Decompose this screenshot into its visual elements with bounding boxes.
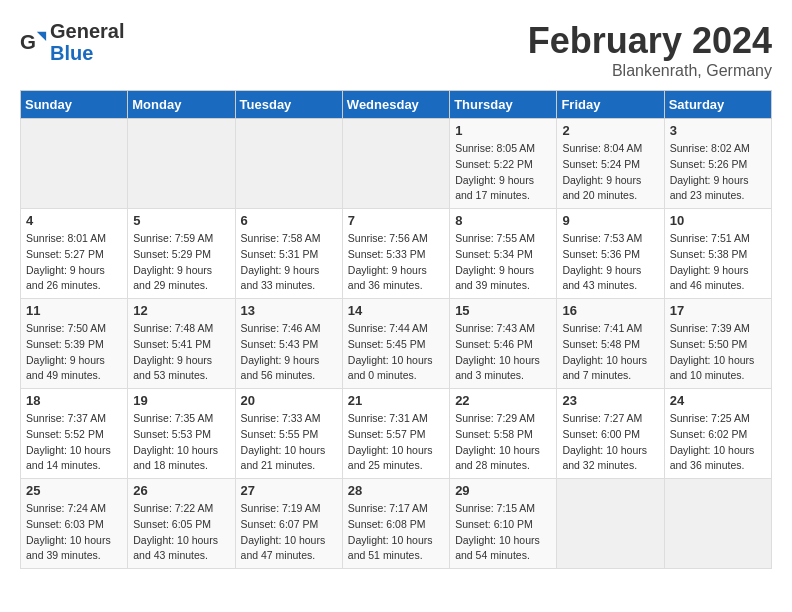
day-number: 21 (348, 393, 444, 408)
weekday-header: Sunday (21, 91, 128, 119)
day-number: 2 (562, 123, 658, 138)
calendar-cell: 19Sunrise: 7:35 AM Sunset: 5:53 PM Dayli… (128, 389, 235, 479)
day-info: Sunrise: 7:59 AM Sunset: 5:29 PM Dayligh… (133, 231, 229, 294)
calendar-cell: 29Sunrise: 7:15 AM Sunset: 6:10 PM Dayli… (450, 479, 557, 569)
weekday-header: Wednesday (342, 91, 449, 119)
day-number: 26 (133, 483, 229, 498)
day-info: Sunrise: 8:05 AM Sunset: 5:22 PM Dayligh… (455, 141, 551, 204)
day-number: 22 (455, 393, 551, 408)
day-number: 29 (455, 483, 551, 498)
day-number: 5 (133, 213, 229, 228)
day-info: Sunrise: 8:02 AM Sunset: 5:26 PM Dayligh… (670, 141, 766, 204)
day-info: Sunrise: 7:44 AM Sunset: 5:45 PM Dayligh… (348, 321, 444, 384)
calendar-cell: 4Sunrise: 8:01 AM Sunset: 5:27 PM Daylig… (21, 209, 128, 299)
svg-text:G: G (20, 30, 36, 53)
calendar-cell: 15Sunrise: 7:43 AM Sunset: 5:46 PM Dayli… (450, 299, 557, 389)
calendar-cell: 8Sunrise: 7:55 AM Sunset: 5:34 PM Daylig… (450, 209, 557, 299)
day-info: Sunrise: 7:50 AM Sunset: 5:39 PM Dayligh… (26, 321, 122, 384)
day-number: 9 (562, 213, 658, 228)
calendar-cell: 18Sunrise: 7:37 AM Sunset: 5:52 PM Dayli… (21, 389, 128, 479)
svg-marker-1 (37, 32, 46, 41)
calendar-cell (21, 119, 128, 209)
weekday-row: SundayMondayTuesdayWednesdayThursdayFrid… (21, 91, 772, 119)
day-info: Sunrise: 7:29 AM Sunset: 5:58 PM Dayligh… (455, 411, 551, 474)
day-info: Sunrise: 7:51 AM Sunset: 5:38 PM Dayligh… (670, 231, 766, 294)
day-info: Sunrise: 8:04 AM Sunset: 5:24 PM Dayligh… (562, 141, 658, 204)
day-number: 6 (241, 213, 337, 228)
logo-line2: Blue (50, 42, 124, 64)
day-number: 19 (133, 393, 229, 408)
calendar-row: 25Sunrise: 7:24 AM Sunset: 6:03 PM Dayli… (21, 479, 772, 569)
day-info: Sunrise: 7:35 AM Sunset: 5:53 PM Dayligh… (133, 411, 229, 474)
calendar-table: SundayMondayTuesdayWednesdayThursdayFrid… (20, 90, 772, 569)
day-number: 23 (562, 393, 658, 408)
day-number: 8 (455, 213, 551, 228)
day-number: 16 (562, 303, 658, 318)
calendar-cell: 3Sunrise: 8:02 AM Sunset: 5:26 PM Daylig… (664, 119, 771, 209)
logo-line1: General (50, 20, 124, 42)
calendar-cell: 27Sunrise: 7:19 AM Sunset: 6:07 PM Dayli… (235, 479, 342, 569)
calendar-cell: 6Sunrise: 7:58 AM Sunset: 5:31 PM Daylig… (235, 209, 342, 299)
calendar-cell (128, 119, 235, 209)
day-number: 4 (26, 213, 122, 228)
calendar-cell: 21Sunrise: 7:31 AM Sunset: 5:57 PM Dayli… (342, 389, 449, 479)
day-number: 17 (670, 303, 766, 318)
calendar-cell: 26Sunrise: 7:22 AM Sunset: 6:05 PM Dayli… (128, 479, 235, 569)
weekday-header: Thursday (450, 91, 557, 119)
calendar-cell (557, 479, 664, 569)
day-number: 12 (133, 303, 229, 318)
day-info: Sunrise: 8:01 AM Sunset: 5:27 PM Dayligh… (26, 231, 122, 294)
calendar-cell: 10Sunrise: 7:51 AM Sunset: 5:38 PM Dayli… (664, 209, 771, 299)
day-info: Sunrise: 7:25 AM Sunset: 6:02 PM Dayligh… (670, 411, 766, 474)
day-number: 15 (455, 303, 551, 318)
day-number: 7 (348, 213, 444, 228)
calendar-cell: 14Sunrise: 7:44 AM Sunset: 5:45 PM Dayli… (342, 299, 449, 389)
day-number: 14 (348, 303, 444, 318)
logo: G General Blue (20, 20, 124, 64)
day-info: Sunrise: 7:41 AM Sunset: 5:48 PM Dayligh… (562, 321, 658, 384)
day-info: Sunrise: 7:27 AM Sunset: 6:00 PM Dayligh… (562, 411, 658, 474)
day-number: 1 (455, 123, 551, 138)
day-number: 18 (26, 393, 122, 408)
calendar-row: 11Sunrise: 7:50 AM Sunset: 5:39 PM Dayli… (21, 299, 772, 389)
calendar-cell: 2Sunrise: 8:04 AM Sunset: 5:24 PM Daylig… (557, 119, 664, 209)
calendar-row: 18Sunrise: 7:37 AM Sunset: 5:52 PM Dayli… (21, 389, 772, 479)
day-info: Sunrise: 7:43 AM Sunset: 5:46 PM Dayligh… (455, 321, 551, 384)
weekday-header: Tuesday (235, 91, 342, 119)
day-info: Sunrise: 7:37 AM Sunset: 5:52 PM Dayligh… (26, 411, 122, 474)
day-number: 20 (241, 393, 337, 408)
calendar-cell: 28Sunrise: 7:17 AM Sunset: 6:08 PM Dayli… (342, 479, 449, 569)
day-info: Sunrise: 7:48 AM Sunset: 5:41 PM Dayligh… (133, 321, 229, 384)
day-number: 11 (26, 303, 122, 318)
calendar-cell: 23Sunrise: 7:27 AM Sunset: 6:00 PM Dayli… (557, 389, 664, 479)
calendar-cell: 17Sunrise: 7:39 AM Sunset: 5:50 PM Dayli… (664, 299, 771, 389)
calendar-row: 1Sunrise: 8:05 AM Sunset: 5:22 PM Daylig… (21, 119, 772, 209)
weekday-header: Monday (128, 91, 235, 119)
day-number: 25 (26, 483, 122, 498)
day-info: Sunrise: 7:53 AM Sunset: 5:36 PM Dayligh… (562, 231, 658, 294)
day-info: Sunrise: 7:58 AM Sunset: 5:31 PM Dayligh… (241, 231, 337, 294)
calendar-cell: 9Sunrise: 7:53 AM Sunset: 5:36 PM Daylig… (557, 209, 664, 299)
day-number: 3 (670, 123, 766, 138)
calendar-cell: 20Sunrise: 7:33 AM Sunset: 5:55 PM Dayli… (235, 389, 342, 479)
day-number: 10 (670, 213, 766, 228)
calendar-cell (235, 119, 342, 209)
day-info: Sunrise: 7:22 AM Sunset: 6:05 PM Dayligh… (133, 501, 229, 564)
title-area: February 2024 Blankenrath, Germany (528, 20, 772, 80)
weekday-header: Friday (557, 91, 664, 119)
calendar-cell: 5Sunrise: 7:59 AM Sunset: 5:29 PM Daylig… (128, 209, 235, 299)
location: Blankenrath, Germany (528, 62, 772, 80)
day-info: Sunrise: 7:46 AM Sunset: 5:43 PM Dayligh… (241, 321, 337, 384)
logo-icon: G (20, 28, 48, 56)
calendar-cell: 24Sunrise: 7:25 AM Sunset: 6:02 PM Dayli… (664, 389, 771, 479)
calendar-cell: 25Sunrise: 7:24 AM Sunset: 6:03 PM Dayli… (21, 479, 128, 569)
page-header: G General Blue February 2024 Blankenrath… (20, 20, 772, 80)
day-info: Sunrise: 7:33 AM Sunset: 5:55 PM Dayligh… (241, 411, 337, 474)
day-info: Sunrise: 7:31 AM Sunset: 5:57 PM Dayligh… (348, 411, 444, 474)
calendar-cell: 12Sunrise: 7:48 AM Sunset: 5:41 PM Dayli… (128, 299, 235, 389)
calendar-cell: 13Sunrise: 7:46 AM Sunset: 5:43 PM Dayli… (235, 299, 342, 389)
day-info: Sunrise: 7:15 AM Sunset: 6:10 PM Dayligh… (455, 501, 551, 564)
day-info: Sunrise: 7:17 AM Sunset: 6:08 PM Dayligh… (348, 501, 444, 564)
calendar-cell (342, 119, 449, 209)
calendar-cell: 16Sunrise: 7:41 AM Sunset: 5:48 PM Dayli… (557, 299, 664, 389)
